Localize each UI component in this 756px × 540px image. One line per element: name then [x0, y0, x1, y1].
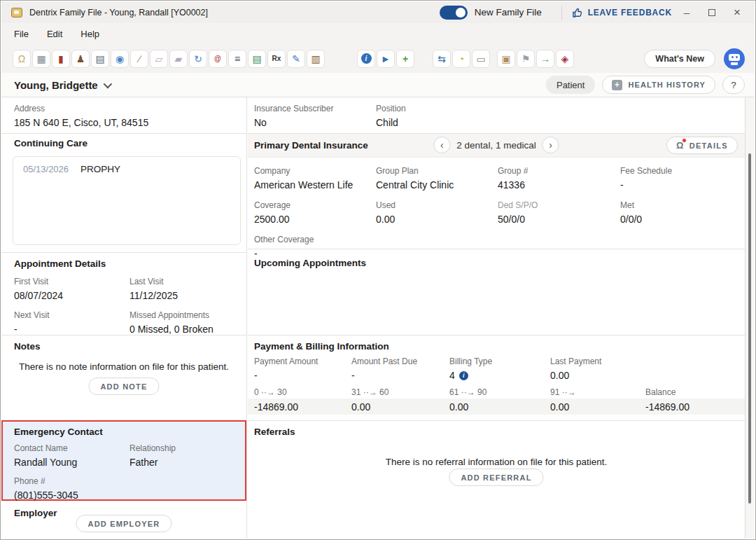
time-clock-button[interactable]: ◔ — [452, 50, 470, 68]
notes-panel: Notes There is no note information on fi… — [1, 335, 246, 421]
relationship-field: Relationship Father — [130, 443, 245, 468]
notes-title: Notes — [14, 341, 41, 352]
billing-type-info-icon[interactable]: i — [459, 371, 468, 380]
continuing-care-list: 05/13/2026 PROPHY — [13, 156, 241, 245]
address-value: 185 N 640 E, Cisco, UT, 84515 — [14, 117, 246, 128]
contact-name-field: Contact Name Randall Young — [14, 443, 130, 468]
maximize-button[interactable] — [701, 6, 722, 18]
appointment-book-icon: ▦ — [36, 54, 46, 64]
tab-patient[interactable]: Patient — [546, 76, 595, 94]
menu-edit[interactable]: Edit — [47, 29, 62, 39]
billing-fields: Payment Amount - Amount Past Due - Billi… — [254, 356, 741, 381]
guru-button[interactable]: ◈ — [556, 50, 574, 68]
add-note-button[interactable]: ADD NOTE — [88, 378, 159, 395]
referrals-panel: Referrals There is no referral informati… — [248, 421, 745, 539]
document-center-button[interactable]: ▥ — [307, 50, 325, 68]
health-history-label: HEALTH HISTORY — [628, 81, 706, 89]
aging-61-90-value: 0.00 — [449, 401, 550, 413]
payment-billing-panel: Payment & Billing Information Payment Am… — [248, 335, 745, 421]
chevron-right-icon: › — [549, 139, 552, 151]
questionnaire-button[interactable]: ≡ — [228, 50, 246, 68]
printer-icon: ▭ — [476, 54, 485, 64]
emergency-contact-panel: Emergency Contact Contact Name Randall Y… — [1, 420, 246, 501]
patient-alerts-icon: ⚑ — [522, 54, 531, 64]
first-visit-field: First Visit 08/07/2024 — [14, 277, 130, 301]
transfer-patient-button[interactable]: → — [536, 50, 554, 68]
insurance-title: Primary Dental Insurance — [254, 140, 368, 151]
perio-chart-button[interactable]: ∕ — [130, 50, 148, 68]
web-sync-icon: ◉ — [115, 54, 124, 64]
insurance-header: Primary Dental Insurance ‹ 2 dental, 1 m… — [248, 134, 745, 158]
patient-chart-button[interactable]: Ω — [13, 50, 31, 68]
ledger-button[interactable]: ▮ — [52, 50, 70, 68]
new-family-file-toggle[interactable] — [440, 6, 468, 20]
menu-help[interactable]: Help — [80, 29, 99, 39]
web-sync-button[interactable]: ◉ — [111, 50, 129, 68]
patient-info-button[interactable]: i — [357, 50, 375, 68]
patient-name: Young, Bridgette — [14, 79, 98, 91]
chat-assistant-button[interactable] — [724, 48, 745, 69]
patient-selector[interactable]: Young, Bridgette — [14, 79, 110, 91]
menu-file[interactable]: File — [14, 29, 29, 39]
appointment-details-panel: Appointment Details First Visit 08/07/20… — [1, 253, 246, 335]
patient-picture-button[interactable]: ▣ — [497, 50, 515, 68]
address-label: Address — [14, 104, 246, 113]
aging-61-90-label: 61 ··→ 90 — [449, 387, 550, 397]
insurance-nav: ‹ 2 dental, 1 medical › — [433, 137, 559, 153]
details-label: DETAILS — [690, 141, 728, 150]
position-field: Position Child — [376, 104, 745, 128]
patient-bar: Young, Bridgette Patient + HEALTH HISTOR… — [1, 73, 755, 97]
prescriptions-button[interactable]: Rx — [267, 50, 286, 68]
document-button[interactable]: ▤ — [248, 50, 266, 68]
group-number-field: Group # 41336 — [498, 166, 620, 191]
patient-referral-button[interactable]: ⇆ — [433, 50, 451, 68]
new-family-file-toggle-label: New Family File — [475, 7, 542, 18]
robot-icon — [729, 54, 740, 61]
aging-91-value: 0.00 — [550, 401, 645, 413]
patient-alerts-button[interactable]: ⚑ — [517, 50, 535, 68]
help-button[interactable]: ? — [722, 76, 745, 94]
scrollbar-thumb[interactable] — [748, 153, 751, 504]
appointment-book-button[interactable]: ▦ — [32, 50, 50, 68]
aging-91-label: 91 ··→ — [550, 387, 645, 397]
lined-form-button[interactable]: ▰ — [169, 50, 188, 68]
add-family-member-button[interactable]: + — [396, 50, 414, 68]
minimize-button[interactable]: – — [676, 6, 697, 18]
scrollbar-track[interactable] — [745, 97, 755, 539]
dentrix-family-file-window: Dentrix Family File - Young, Randall [YO… — [0, 0, 756, 540]
right-column: Insurance Subscriber No Position Child P… — [248, 97, 745, 539]
add-employer-button[interactable]: ADD EMPLOYER — [76, 515, 172, 532]
treatment-planner-icon: ✎ — [292, 54, 300, 64]
primary-dental-insurance-panel: Primary Dental Insurance ‹ 2 dental, 1 m… — [248, 134, 745, 249]
questionnaire-icon: ≡ — [234, 54, 240, 64]
eclaims-button[interactable]: ↻ — [189, 50, 207, 68]
add-referral-button[interactable]: ADD REFERRAL — [449, 469, 543, 486]
blank-form-icon: ▱ — [155, 54, 163, 64]
upcoming-appointments-title: Upcoming Appointments — [254, 258, 745, 268]
health-history-button[interactable]: + HEALTH HISTORY — [602, 76, 715, 94]
met-field: Met 0/0/0 — [620, 200, 741, 225]
whats-new-button[interactable]: What's New — [644, 50, 715, 68]
continuing-care-date: 05/13/2026 — [23, 164, 80, 174]
printer-button[interactable]: ▭ — [472, 50, 490, 68]
aging-31-60-value: 0.00 — [351, 401, 449, 413]
treatment-planner-button[interactable]: ✎ — [287, 50, 305, 68]
address-panel: Address 185 N 640 E, Cisco, UT, 84515 — [1, 97, 246, 134]
patient-pointer-button[interactable]: ► — [377, 50, 395, 68]
leave-feedback-button[interactable]: LEAVE FEEDBACK — [572, 7, 672, 18]
insurance-prev-button[interactable]: ‹ — [433, 137, 450, 153]
insurance-details-button[interactable]: Ω DETAILS — [666, 137, 738, 154]
patient-card-button[interactable]: ▤ — [91, 50, 109, 68]
patient-pointer-icon: ► — [381, 54, 391, 64]
close-button[interactable]: × — [727, 6, 748, 20]
email-button[interactable]: @ — [209, 50, 227, 68]
coverage-field: Coverage 2500.00 — [254, 200, 376, 225]
toggle-knob — [456, 8, 465, 18]
window-title: Dentrix Family File - Young, Randall [YO… — [29, 8, 208, 18]
document-icon: ▤ — [252, 54, 261, 64]
blank-form-button[interactable]: ▱ — [150, 50, 168, 68]
insurance-next-button[interactable]: › — [542, 137, 559, 153]
continuing-care-entry[interactable]: 05/13/2026 PROPHY — [23, 164, 230, 174]
office-manager-button[interactable]: ♟ — [71, 50, 90, 68]
email-icon: @ — [214, 55, 221, 62]
